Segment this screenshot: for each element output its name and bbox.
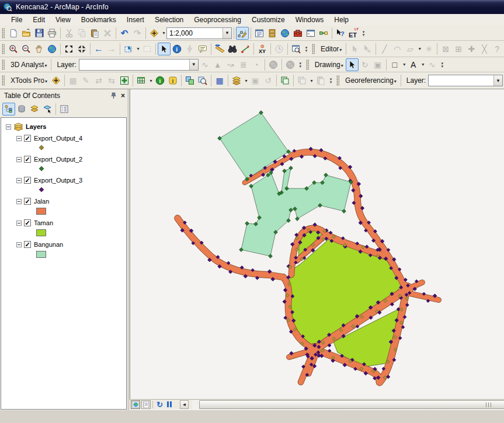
layer-label[interactable]: Taman xyxy=(34,219,53,226)
layer-label[interactable]: Layers xyxy=(26,123,46,130)
layer-symbol-bangunan[interactable] xyxy=(36,251,46,259)
split-tool-button-icon[interactable]: ⊞ xyxy=(452,43,465,55)
scrollbar-thumb[interactable] xyxy=(199,400,504,409)
refresh-view-icon[interactable]: ↻ xyxy=(157,400,163,409)
collapse-expander[interactable] xyxy=(16,199,22,204)
editor-menu-button[interactable]: Editor▾ xyxy=(317,45,344,53)
layer-label[interactable]: Export_Output_2 xyxy=(34,156,82,163)
xtools-export-button-icon[interactable]: ⇆ xyxy=(105,74,118,87)
select-elements-button-icon[interactable] xyxy=(158,43,171,55)
scroll-left-button[interactable]: ◄ xyxy=(180,400,189,409)
et-geowizards-button-icon[interactable]: LTET xyxy=(347,27,360,40)
arcscene-button-icon[interactable] xyxy=(284,58,297,71)
interpolate-shape-button-icon[interactable]: ▲ xyxy=(211,58,224,71)
xtools-convert-button-icon[interactable]: ⇄ xyxy=(92,74,105,87)
go-forward-extent-button-icon[interactable]: → xyxy=(105,43,118,55)
toolbar-overflow[interactable]: ▾▾ xyxy=(303,43,310,55)
layer-label[interactable]: Export_Output_3 xyxy=(34,177,82,184)
undo-button-icon[interactable]: ↶ xyxy=(118,27,131,40)
zoom-out-button-icon[interactable] xyxy=(20,43,33,55)
xtools-metadata-button-icon[interactable]: ▣ xyxy=(249,74,262,87)
xtools-table-button-icon[interactable]: ▦ xyxy=(67,74,79,87)
toc-list-by-visibility-icon[interactable] xyxy=(28,103,41,116)
3d-layer-label[interactable]: Layer: xyxy=(53,61,78,69)
copy-button-icon[interactable] xyxy=(75,27,88,40)
menu-help[interactable]: Help xyxy=(329,15,354,25)
python-window-button-icon[interactable]: >_ xyxy=(304,27,317,40)
xtools-copy-layers-button-icon[interactable] xyxy=(279,74,291,87)
menu-bookmarks[interactable]: Bookmarks xyxy=(76,15,121,25)
menu-selection[interactable]: Selection xyxy=(150,15,189,25)
toolbar-overflow[interactable]: ▾▾ xyxy=(360,27,367,40)
hyperlink-button-icon[interactable] xyxy=(183,43,196,55)
toolbar-overflow[interactable]: ▾▾ xyxy=(327,74,335,87)
3d-analyst-menu-button[interactable]: 3D Analyst▾ xyxy=(7,61,49,69)
rotate-tool-button-icon[interactable]: ✚ xyxy=(465,43,478,55)
print-button-icon[interactable] xyxy=(46,27,58,40)
menu-geoprocessing[interactable]: Geoprocessing xyxy=(189,15,246,25)
xtools-add-data-button-icon[interactable] xyxy=(50,74,62,87)
edit-vertices-button-icon[interactable]: ▣ xyxy=(371,58,384,71)
pin-icon[interactable] xyxy=(110,92,117,99)
collapse-expander[interactable] xyxy=(16,157,22,162)
toolbar-grip[interactable] xyxy=(312,44,315,54)
xtools-overlay-button-icon[interactable] xyxy=(183,74,196,87)
straight-segment-button-icon[interactable]: ╱ xyxy=(378,43,391,55)
go-to-xy-button-icon[interactable]: ⊙XY xyxy=(256,43,269,55)
georeferencing-layer-label[interactable]: Layer: xyxy=(403,76,428,85)
layer-visibility-checkbox[interactable]: ✓ xyxy=(24,241,31,248)
fixed-zoom-in-button-icon[interactable] xyxy=(62,43,75,55)
fixed-zoom-out-button-icon[interactable] xyxy=(75,43,88,55)
find-button-icon[interactable] xyxy=(226,43,239,55)
new-text-button-icon[interactable]: A xyxy=(407,58,420,71)
xtools-grid-button-icon[interactable]: ▦ xyxy=(213,74,226,87)
toolbar-overflow[interactable]: ▾▾ xyxy=(439,58,446,71)
xtools-layer-stack-button-icon[interactable] xyxy=(296,74,308,87)
open-button-icon[interactable] xyxy=(20,27,33,40)
drawing-menu-button[interactable]: Drawing▾ xyxy=(311,61,346,69)
time-slider-button-icon[interactable] xyxy=(273,43,286,55)
endpoint-arc-button-icon[interactable]: ◠ xyxy=(391,43,404,55)
catalog-window-button-icon[interactable] xyxy=(266,27,279,40)
profile-graph-button-icon[interactable]: ◔ xyxy=(250,58,263,71)
pause-drawing-icon[interactable] xyxy=(167,399,172,410)
xtools-green-cross-button-icon[interactable] xyxy=(118,74,131,87)
save-button-icon[interactable] xyxy=(33,27,46,40)
toolbar-grip[interactable] xyxy=(2,44,5,54)
layer-label[interactable]: Export_Output_4 xyxy=(34,135,82,142)
viewer-window-button-icon[interactable] xyxy=(290,43,303,55)
new-map-file-button-icon[interactable] xyxy=(7,27,20,40)
edit-tool-button-icon[interactable] xyxy=(348,43,361,55)
horizontal-scrollbar[interactable] xyxy=(192,400,504,409)
edit-sketch-properties-button-icon[interactable] xyxy=(236,27,249,40)
point-snap-button-icon[interactable]: ✳ xyxy=(422,43,435,55)
toolbar-grip[interactable] xyxy=(2,60,5,70)
collapse-expander[interactable] xyxy=(6,124,11,130)
new-rectangle-button-icon[interactable]: □ xyxy=(388,58,401,71)
xtools-zoom-button-icon[interactable] xyxy=(196,74,209,87)
trace-tool-button-icon[interactable]: ▱ xyxy=(404,43,416,55)
attributes-button-icon[interactable]: ? xyxy=(491,43,503,55)
layer-symbol-taman[interactable] xyxy=(36,229,46,237)
paste-button-icon[interactable] xyxy=(88,27,101,40)
xtools-identify-button-icon[interactable]: i xyxy=(154,74,166,87)
toolbar-grip[interactable] xyxy=(306,60,309,70)
collapse-expander[interactable] xyxy=(16,242,22,247)
contour-button-icon[interactable]: ≣ xyxy=(237,58,250,71)
toolbar-grip[interactable] xyxy=(336,75,339,86)
xtools-pro-menu-button[interactable]: XTools Pro▾ xyxy=(7,76,50,85)
cut-polygons-button-icon[interactable]: ⊠ xyxy=(439,43,452,55)
georeferencing-layer-combo[interactable]: ▼ xyxy=(428,75,503,86)
layer-symbol-jalan[interactable] xyxy=(36,208,46,216)
3d-layer-combo[interactable]: ▼ xyxy=(79,59,199,71)
arcglobe-3d-button-icon[interactable] xyxy=(267,58,280,71)
xtools-info-button-icon[interactable]: i xyxy=(166,74,179,87)
menu-view[interactable]: View xyxy=(50,15,76,25)
delete-button-icon[interactable] xyxy=(101,27,114,40)
toc-list-by-drawing-order-icon[interactable] xyxy=(2,103,15,116)
model-builder-button-icon[interactable] xyxy=(317,27,330,40)
menu-insert[interactable]: Insert xyxy=(121,15,150,25)
html-popup-button-icon[interactable] xyxy=(196,43,209,55)
layer-label[interactable]: Jalan xyxy=(34,198,49,205)
menu-windows[interactable]: Windows xyxy=(290,15,329,25)
